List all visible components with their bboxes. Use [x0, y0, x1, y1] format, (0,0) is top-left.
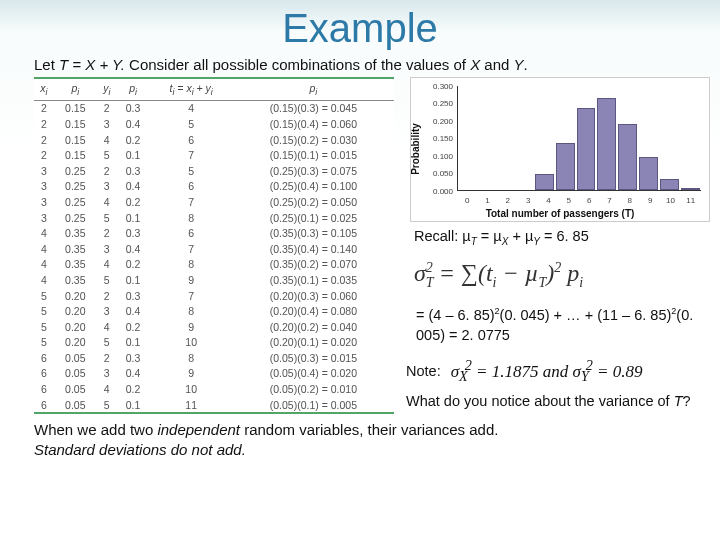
table-cell: 0.20 — [54, 319, 97, 335]
table-cell: 0.3 — [117, 350, 150, 366]
calc-part: = (4 – 6. 85) — [416, 307, 495, 323]
table-row: 20.1550.17(0.15)(0.1) = 0.015 — [34, 147, 394, 163]
table-cell: (0.35)(0.4) = 0.140 — [233, 241, 394, 257]
q-part: What do you notice about the variance of — [406, 393, 674, 409]
table-cell: 3 — [97, 241, 117, 257]
table-cell: 0.15 — [54, 132, 97, 148]
table-cell: 0.4 — [117, 303, 150, 319]
note-formula: σX2 = 1.1875 and σY2 = 0.89 — [451, 357, 643, 385]
table-row: 30.2520.35(0.25)(0.3) = 0.075 — [34, 163, 394, 179]
calc-part: (0. 045) + … + (11 – 6. 85) — [500, 307, 672, 323]
table-cell: 2 — [34, 132, 54, 148]
table-cell: 2 — [97, 100, 117, 116]
table-cell: 0.3 — [117, 288, 150, 304]
table-cell: 4 — [97, 132, 117, 148]
table-cell: 0.1 — [117, 397, 150, 413]
table-header: pi — [233, 79, 394, 101]
histogram-bar — [660, 179, 679, 189]
table-cell: (0.25)(0.2) = 0.050 — [233, 194, 394, 210]
page-title: Example — [0, 0, 720, 51]
table-cell: 8 — [150, 210, 233, 226]
table-cell: 9 — [150, 272, 233, 288]
table-cell: 2 — [34, 100, 54, 116]
variance-formula: σT2 = ∑(ti − µT)2 pi — [414, 260, 712, 291]
x-tick: 11 — [681, 196, 701, 205]
intro-part: and — [480, 56, 513, 73]
table-cell: 0.2 — [117, 257, 150, 273]
y-tick: 0.050 — [433, 169, 453, 178]
table-cell: 6 — [150, 132, 233, 148]
table-row: 50.2040.29(0.20)(0.2) = 0.040 — [34, 319, 394, 335]
table-row: 20.1540.26(0.15)(0.2) = 0.030 — [34, 132, 394, 148]
table-cell: 5 — [97, 210, 117, 226]
table-cell: 4 — [34, 257, 54, 273]
x-tick: 1 — [477, 196, 497, 205]
chart-ylabel: Probability — [410, 123, 421, 175]
table-cell: 4 — [97, 257, 117, 273]
table-cell: 4 — [34, 225, 54, 241]
table-cell: 2 — [34, 116, 54, 132]
table-cell: 6 — [34, 366, 54, 382]
x-tick: 6 — [579, 196, 599, 205]
table-cell: 0.15 — [54, 100, 97, 116]
table-cell: 8 — [150, 257, 233, 273]
table-cell: 6 — [34, 350, 54, 366]
table-cell: 0.1 — [117, 272, 150, 288]
table-cell: 3 — [97, 179, 117, 195]
table-cell: 7 — [150, 241, 233, 257]
q-part: ? — [682, 393, 690, 409]
table-cell: (0.25)(0.4) = 0.100 — [233, 179, 394, 195]
table-cell: 2 — [97, 288, 117, 304]
table-cell: 0.25 — [54, 163, 97, 179]
table-cell: 0.3 — [117, 225, 150, 241]
table-cell: 0.3 — [117, 163, 150, 179]
table-row: 20.1530.45(0.15)(0.4) = 0.060 — [34, 116, 394, 132]
chart-xlabel: Total number of passengers (T) — [486, 208, 635, 219]
recall-part: + µ — [508, 228, 533, 244]
table-cell: 5 — [97, 147, 117, 163]
intro-part: . — [524, 56, 528, 73]
table-row: 60.0540.210(0.05)(0.2) = 0.010 — [34, 381, 394, 397]
table-cell: 7 — [150, 288, 233, 304]
table-header: ti = xi + yi — [150, 79, 233, 101]
x-tick: 2 — [498, 196, 518, 205]
table-cell: (0.35)(0.2) = 0.070 — [233, 257, 394, 273]
table-cell: 5 — [150, 116, 233, 132]
table-cell: (0.05)(0.3) = 0.015 — [233, 350, 394, 366]
table-cell: 0.35 — [54, 272, 97, 288]
table-cell: 0.15 — [54, 116, 97, 132]
table-cell: 3 — [34, 179, 54, 195]
table-row: 60.0530.49(0.05)(0.4) = 0.020 — [34, 366, 394, 382]
bottom-part: random variables, their variances add. — [240, 421, 498, 438]
table-cell: 0.05 — [54, 381, 97, 397]
x-tick: 5 — [559, 196, 579, 205]
intro-var: X — [470, 56, 480, 73]
table-cell: 0.25 — [54, 210, 97, 226]
y-tick: 0.100 — [433, 151, 453, 160]
table-cell: 0.1 — [117, 147, 150, 163]
table-header: yi — [97, 79, 117, 101]
x-tick: 10 — [660, 196, 680, 205]
recall-text: Recall: µT = µX + µY = 6. 85 — [414, 228, 712, 247]
table-cell: 5 — [97, 272, 117, 288]
table-cell: 3 — [34, 210, 54, 226]
table-cell: (0.35)(0.1) = 0.035 — [233, 272, 394, 288]
table-cell: (0.20)(0.4) = 0.080 — [233, 303, 394, 319]
intro-text: Let T = X + Y. Consider all possible com… — [0, 51, 720, 77]
table-cell: 10 — [150, 335, 233, 351]
table-cell: 5 — [34, 303, 54, 319]
table-cell: (0.25)(0.3) = 0.075 — [233, 163, 394, 179]
table-cell: 2 — [97, 225, 117, 241]
table-cell: (0.20)(0.1) = 0.020 — [233, 335, 394, 351]
table-cell: 0.4 — [117, 241, 150, 257]
table-cell: 2 — [97, 350, 117, 366]
intro-eq: T = X + Y. — [59, 56, 125, 73]
histogram-bar — [681, 188, 700, 190]
table-cell: 0.20 — [54, 288, 97, 304]
conclusion-text: When we add two independent random varia… — [0, 414, 720, 459]
table-cell: 4 — [97, 319, 117, 335]
table-cell: 5 — [150, 163, 233, 179]
table-row: 40.3520.36(0.35)(0.3) = 0.105 — [34, 225, 394, 241]
table-cell: 6 — [34, 381, 54, 397]
bottom-em: Standard deviations do not add. — [34, 441, 246, 458]
